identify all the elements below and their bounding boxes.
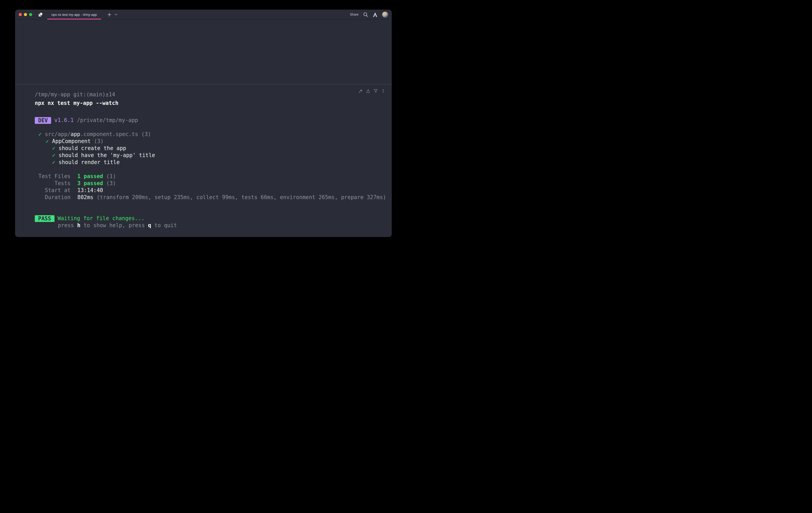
- previous-command-block: [15, 20, 392, 84]
- summary-value: 1 passed: [77, 173, 103, 180]
- summary-value: 13:14:40: [77, 187, 103, 193]
- summary-label: Test Files: [35, 173, 70, 180]
- dev-badge: DEV: [35, 117, 51, 124]
- blank-line: [35, 166, 392, 173]
- blank-line: [35, 124, 392, 131]
- summary-row: Test Files1 passed (1): [35, 173, 392, 180]
- check-icon: ✓: [38, 131, 41, 137]
- summary-label: Tests: [35, 180, 70, 187]
- prompt-line: /tmp/my-app git:(main)±14: [35, 91, 392, 98]
- zoom-window-button[interactable]: [29, 13, 32, 16]
- terminal-output: /tmp/my-app git:(main)±14 npx nx test my…: [35, 91, 392, 229]
- test-file-base: app: [70, 131, 80, 137]
- search-icon[interactable]: [363, 12, 368, 17]
- command-text: npx nx test my-app --watch: [35, 100, 392, 107]
- share-button[interactable]: Share: [350, 13, 358, 16]
- close-window-button[interactable]: [19, 13, 22, 16]
- summary-row: Start at13:14:40: [35, 187, 392, 194]
- test-case-line: ✓ should have the 'my-app' title: [35, 152, 392, 159]
- summary-label: Start at: [35, 187, 70, 194]
- tab-active[interactable]: npx nx test my-app - /t/my-app: [47, 9, 102, 20]
- test-case-line: ✓ should create the app: [35, 145, 392, 152]
- tab-bar: npx nx test my-app - /t/my-app Share: [15, 9, 392, 20]
- download-icon[interactable]: [366, 88, 371, 93]
- check-icon: ✓: [46, 138, 49, 144]
- help-line: press h to show help, press q to quit: [35, 222, 392, 229]
- test-file-line: ✓ src/app/app.component.spec.ts (3): [35, 131, 392, 138]
- desktop-background: npx nx test my-app - /t/my-app Share: [0, 0, 406, 256]
- suite-name: AppComponent: [52, 138, 91, 144]
- dev-banner-line: DEV v1.6.1 /private/tmp/my-app: [35, 117, 392, 124]
- minimize-window-button[interactable]: [24, 13, 27, 16]
- vitest-output: DEV v1.6.1 /private/tmp/my-app ✓ src/app…: [35, 110, 392, 229]
- test-file-count: (3): [141, 131, 151, 137]
- pass-badge: PASS: [35, 215, 55, 222]
- test-suite-line: ✓ AppComponent (3): [35, 138, 392, 145]
- help-text: to quit: [151, 222, 177, 228]
- summary-row: Duration802ms (transform 200ms, setup 23…: [35, 194, 392, 201]
- kebab-menu-icon[interactable]: [381, 88, 385, 93]
- sparkles-icon[interactable]: [358, 88, 363, 93]
- command-block: /tmp/my-app git:(main)±14 npx nx test my…: [15, 84, 392, 229]
- test-case-name: should render title: [59, 159, 120, 165]
- blank-line: [35, 110, 392, 117]
- terminal-window: npx nx test my-app - /t/my-app Share: [15, 9, 392, 237]
- summary-extra: (3): [106, 180, 116, 186]
- help-key-q: q: [148, 222, 151, 228]
- tab-title: npx nx test my-app - /t/my-app: [51, 13, 97, 17]
- summary-label: Duration: [35, 194, 70, 201]
- test-case-name: should create the app: [59, 145, 126, 151]
- test-file-dir: src/app/: [45, 131, 70, 137]
- test-case-name: should have the 'my-app' title: [59, 152, 155, 158]
- summary-row: Tests3 passed (3): [35, 180, 392, 187]
- test-file-rest: .component.spec.ts: [80, 131, 138, 137]
- summary-extra: (1): [106, 173, 116, 180]
- suite-count: (3): [94, 138, 104, 144]
- warp-logo-icon[interactable]: [373, 12, 378, 17]
- active-tab-indicator: [47, 19, 101, 20]
- status-line: PASS Waiting for file changes...: [35, 215, 392, 222]
- check-icon: ✓: [52, 145, 55, 151]
- help-text: press: [58, 222, 77, 228]
- chevron-down-icon[interactable]: [114, 13, 118, 16]
- check-icon: ✓: [52, 159, 55, 165]
- summary-extra: (transform 200ms, setup 235ms, collect 9…: [96, 194, 386, 200]
- vitest-version: v1.6.1: [55, 117, 74, 123]
- project-path: /private/tmp/my-app: [77, 117, 138, 123]
- status-message: Waiting for file changes...: [58, 215, 145, 221]
- test-case-line: ✓ should render title: [35, 159, 392, 166]
- pages-icon[interactable]: [38, 12, 43, 17]
- avatar[interactable]: [382, 12, 388, 18]
- check-icon: ✓: [52, 152, 55, 158]
- filter-icon[interactable]: [373, 88, 378, 93]
- blank-line: [35, 201, 392, 208]
- new-tab-button[interactable]: [108, 13, 111, 17]
- block-actions: [358, 88, 385, 93]
- blank-line: [35, 208, 392, 215]
- help-text: to show help, press: [80, 222, 148, 228]
- help-key-h: h: [77, 222, 80, 228]
- tab-bar-right: Share: [350, 12, 388, 18]
- summary-value: 3 passed: [77, 180, 103, 186]
- summary-value: 802ms: [77, 194, 93, 200]
- window-controls: [18, 13, 32, 16]
